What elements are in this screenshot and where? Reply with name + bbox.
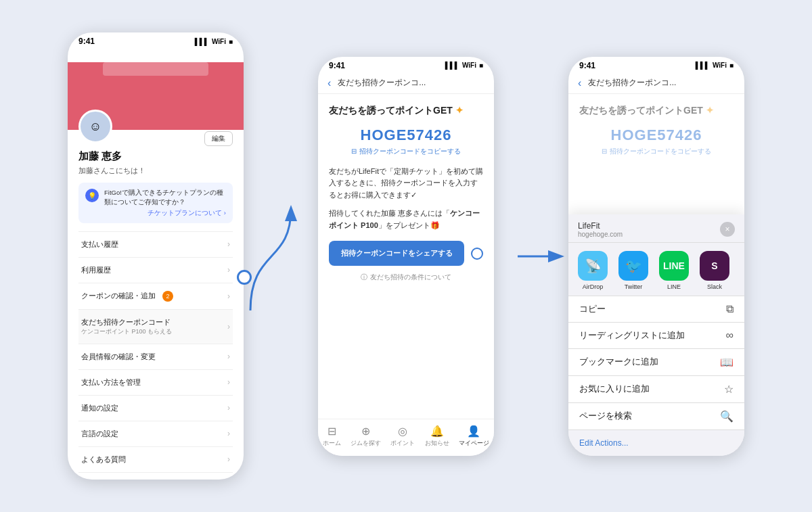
chevron-icon: ›	[227, 377, 230, 387]
star-icon: ✦	[455, 105, 464, 116]
menu-label-payment-history: 支払い履歴	[81, 239, 118, 250]
arrow2	[514, 236, 568, 277]
phone2-section-title: 友だちを誘ってポイントGET ✦	[329, 105, 483, 117]
navbar-mypage[interactable]: 👤 マイページ	[459, 425, 489, 448]
phone3-back-button[interactable]: ‹	[578, 77, 581, 89]
phone1-status-bar: 9:41 ▌▌▌ WiFi ■	[68, 32, 244, 49]
copy-label: 招待クーポンコードをコピーする	[610, 147, 711, 156]
phone1-avatar: ☺️	[78, 110, 112, 143]
menu-item-payment-method[interactable]: 支払い方法を管理 ›	[78, 370, 233, 396]
phone3-title: 友だち招待クーポンコ...	[588, 77, 676, 89]
menu-item-notifications[interactable]: 通知の設定 ›	[78, 396, 233, 421]
banner-text: FitGo!で購入できるチケットプランの種類についてご存知ですか？	[104, 188, 226, 206]
battery-icon: ■	[479, 62, 483, 69]
action-search-page[interactable]: ページを検索 🔍	[568, 403, 744, 430]
navbar-home[interactable]: ⊟ ホーム	[323, 425, 341, 448]
bookmark-icon: 📖	[720, 356, 734, 369]
share-sheet-info: LifeFit hogehoge.com	[578, 221, 623, 238]
action-bookmark-label: ブックマークに追加	[579, 356, 658, 368]
menu-label-member-info: 会員情報の確認・変更	[81, 352, 156, 362]
share-action-list: コピー ⧉ リーディングリストに追加 ∞ ブックマークに追加 📖 お気に入りに追…	[568, 296, 744, 430]
menu-item-faq[interactable]: よくある質問 ›	[78, 447, 233, 473]
menu-item-member-info[interactable]: 会員情報の確認・変更 ›	[78, 344, 233, 370]
phone1-menu-list: 支払い履歴 › 利用履歴 › クーポンの確認・追加 2 ›	[78, 231, 233, 473]
phone2-share-button[interactable]: 招待クーポンコードをシェアする	[329, 241, 464, 266]
menu-item-main: クーポンの確認・追加 2	[81, 291, 173, 302]
menu-item-coupon[interactable]: クーポンの確認・追加 2 ›	[78, 283, 233, 310]
navbar-home-label: ホーム	[323, 439, 341, 448]
signal-icon: ▌▌▌	[195, 38, 209, 45]
phone1-frame: 9:41 ▌▌▌ WiFi ■ ☺️ 編集 加藤 恵多 加藤さんこにちは！	[68, 32, 244, 480]
share-btn-circle-indicator	[471, 248, 483, 260]
share-app-slack[interactable]: S Slack	[700, 251, 729, 290]
navbar-points[interactable]: ◎ ポイント	[390, 425, 415, 448]
chevron-icon: ›	[227, 239, 230, 249]
menu-item-payment-history[interactable]: 支払い履歴 ›	[78, 232, 233, 258]
share-app-twitter[interactable]: 🐦 Twitter	[618, 251, 648, 290]
chevron-icon: ›	[227, 265, 230, 275]
action-favorites[interactable]: お気に入りに追加 ☆	[568, 376, 744, 403]
gym-icon: ⊕	[361, 425, 370, 438]
phone1-flow-indicator	[237, 270, 252, 285]
chevron-icon: ›	[227, 403, 230, 413]
phone2-status-bar: 9:41 ▌▌▌ WiFi ■	[318, 57, 494, 73]
share-app-line[interactable]: LINE LINE	[659, 251, 689, 290]
coupon-badge: 2	[162, 291, 173, 302]
action-copy[interactable]: コピー ⧉	[568, 296, 744, 323]
share-sheet-close-button[interactable]: ×	[720, 222, 735, 237]
menu-item-language[interactable]: 言語の設定 ›	[78, 421, 233, 447]
chevron-icon: ›	[227, 322, 230, 331]
menu-label-payment-method: 支払い方法を管理	[81, 377, 141, 388]
battery-icon: ■	[729, 62, 734, 69]
action-reading-list-label: リーディングリストに追加	[579, 329, 685, 342]
footer-link-label: 友だち招待の条件について	[370, 273, 451, 282]
navbar-notifications-label: お知らせ	[425, 439, 449, 448]
info-icon: ⓘ	[361, 273, 367, 282]
phone3-frame: 9:41 ▌▌▌ WiFi ■ ‹ 友だち招待クーポンコ... 友だちを誘ってポ…	[568, 57, 744, 456]
share-sheet-subtitle: hogehoge.com	[578, 231, 623, 238]
slack-icon: S	[700, 251, 729, 281]
phone1-status-icons: ▌▌▌ WiFi ■	[195, 38, 233, 45]
phone1-greeting: 加藤さんこにちは！	[78, 166, 233, 176]
phone2-navbar: ⊟ ホーム ⊕ ジムを探す ◎ ポイント 🔔 お知らせ 👤 マイページ	[318, 419, 494, 456]
banner-icon: 💡	[85, 189, 99, 202]
edit-actions-label: Edit Actions...	[579, 438, 629, 448]
phone1-edit-button[interactable]: 編集	[204, 131, 233, 146]
menu-label-coupon: クーポンの確認・追加	[81, 291, 156, 301]
wifi-icon: WiFi	[212, 38, 226, 45]
main-container: 9:41 ▌▌▌ WiFi ■ ☺️ 編集 加藤 恵多 加藤さんこにちは！	[20, 32, 792, 480]
phone1-wrapper: 9:41 ▌▌▌ WiFi ■ ☺️ 編集 加藤 恵多 加藤さんこにちは！	[68, 32, 244, 480]
phone3-wrapper: 9:41 ▌▌▌ WiFi ■ ‹ 友だち招待クーポンコ... 友だちを誘ってポ…	[568, 57, 744, 456]
navbar-notifications[interactable]: 🔔 お知らせ	[425, 425, 449, 448]
home-icon: ⊟	[328, 425, 336, 438]
share-app-airdrop[interactable]: 📡 AirDrop	[578, 251, 608, 290]
phone2-footer-link[interactable]: ⓘ 友だち招待の条件について	[329, 273, 483, 282]
chevron-icon: ›	[227, 429, 230, 438]
navbar-mypage-label: マイページ	[459, 439, 489, 448]
search-icon: 🔍	[720, 410, 734, 423]
phone2-status-icons: ▌▌▌ WiFi ■	[445, 62, 483, 69]
signal-icon: ▌▌▌	[696, 62, 710, 69]
action-search-page-label: ページを検索	[579, 410, 632, 422]
navbar-gym[interactable]: ⊕ ジムを探す	[351, 425, 381, 448]
reading-list-icon: ∞	[726, 329, 734, 342]
menu-label-referral: 友だち招待クーポンコード	[81, 317, 172, 327]
menu-sub-referral: ケンコーポイント P100 もらえる	[81, 327, 172, 336]
copy-label: 招待クーポンコードをコピーする	[359, 147, 461, 156]
menu-item-referral[interactable]: 友だち招待クーポンコード ケンコーポイント P100 もらえる ›	[78, 310, 233, 344]
coupon-copy-row[interactable]: ⊟ 招待クーポンコードをコピーする	[329, 147, 483, 156]
phone3-coupon-code: HOGE57426	[579, 126, 734, 144]
edit-actions-link[interactable]: Edit Actions...	[568, 430, 744, 456]
phone2-wrapper: 9:41 ▌▌▌ WiFi ■ ‹ 友だち招待クーポンコ... 友だちを誘ってポ…	[298, 57, 514, 456]
phone2-back-button[interactable]: ‹	[328, 77, 331, 89]
airdrop-label: AirDrop	[583, 283, 604, 290]
action-reading-list[interactable]: リーディングリストに追加 ∞	[568, 323, 744, 349]
banner-link[interactable]: チケットプランについて ›	[104, 209, 226, 218]
menu-item-usage-history[interactable]: 利用履歴 ›	[78, 258, 233, 283]
wifi-icon: WiFi	[713, 62, 727, 69]
phone2-frame: 9:41 ▌▌▌ WiFi ■ ‹ 友だち招待クーポンコ... 友だちを誘ってポ…	[318, 57, 494, 456]
chevron-icon: ›	[227, 292, 230, 301]
action-bookmark[interactable]: ブックマークに追加 📖	[568, 349, 744, 376]
coupon-code: HOGE57426	[329, 126, 483, 144]
twitter-icon: 🐦	[618, 251, 648, 281]
